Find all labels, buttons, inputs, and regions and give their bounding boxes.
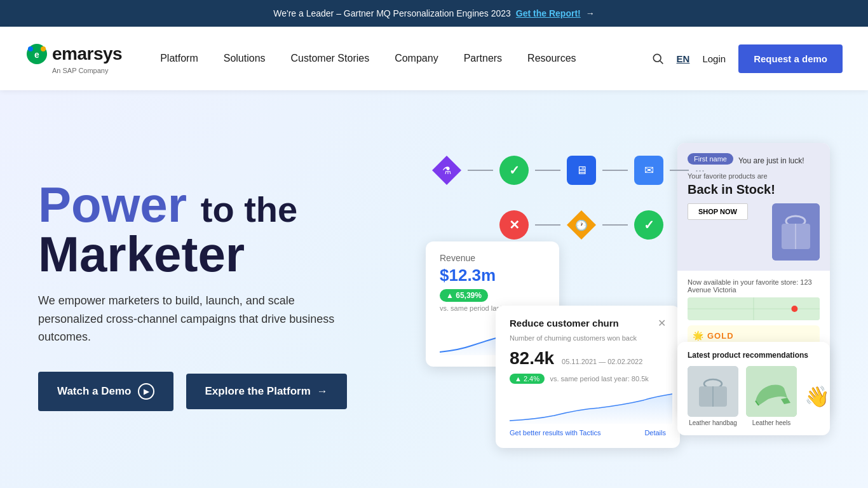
- churn-badge: ▲ 2.4%: [510, 374, 545, 384]
- email-bag-image: [772, 203, 820, 261]
- workflow-filter-node: ⚗: [432, 156, 461, 185]
- hero-title: Power to theMarketer: [38, 180, 419, 279]
- gold-coin-icon: 🌟: [693, 330, 703, 341]
- nav-platform[interactable]: Platform: [160, 53, 198, 64]
- svg-point-2: [28, 46, 33, 51]
- reco-handbag-label: Leather handbag: [688, 419, 738, 426]
- churn-date: 05.11.2021 — 02.02.2022: [562, 358, 642, 365]
- banner-text: We're a Leader – Gartner MQ Personalizat…: [273, 8, 511, 18]
- svg-point-15: [791, 306, 797, 312]
- churn-close-button[interactable]: ✕: [658, 317, 666, 329]
- hand-cursor-icon: 👋: [804, 384, 830, 409]
- churn-tactics[interactable]: Get better results with Tactics: [510, 429, 600, 437]
- churn-value: 82.4k: [510, 348, 554, 369]
- gold-label: GOLD: [707, 331, 734, 341]
- churn-vs: vs. same period last year: 80.5k: [550, 375, 648, 383]
- recommendations-title: Latest product recommendations: [688, 351, 820, 360]
- logo[interactable]: e emarsys: [25, 43, 122, 65]
- reco-heels-label: Leather heels: [746, 419, 797, 426]
- banner-link[interactable]: Get the Report!: [516, 8, 581, 18]
- workflow-check-node-1: ✓: [499, 156, 529, 185]
- hero-right: ⚗ ✓ 🖥 ✉ ··· ✕: [419, 143, 830, 448]
- nav-partners[interactable]: Partners: [464, 53, 502, 64]
- login-button[interactable]: Login: [702, 53, 726, 64]
- svg-point-4: [41, 46, 46, 51]
- reco-item-handbag: Leather handbag: [688, 366, 738, 426]
- watch-demo-button[interactable]: Watch a Demo ▶: [38, 372, 173, 411]
- nav-customer-stories[interactable]: Customer Stories: [291, 53, 370, 64]
- email-store-text: Now available in your favorite store: 12…: [688, 278, 820, 294]
- churn-footer: Get better results with Tactics Details: [510, 429, 666, 437]
- email-back-text: Back in Stock!: [688, 182, 820, 197]
- hero-left: Power to theMarketer We empower marketer…: [38, 180, 419, 411]
- reco-handbag-image: [688, 366, 738, 417]
- svg-text:e: e: [34, 50, 39, 60]
- explore-platform-button[interactable]: Explore the Platform →: [186, 374, 347, 409]
- hero-section: Power to theMarketer We empower marketer…: [0, 90, 868, 488]
- workflow-check-node-2: ✓: [634, 210, 663, 240]
- revenue-value: $12.3m: [440, 266, 545, 285]
- language-selector[interactable]: EN: [677, 53, 690, 64]
- workflow-x-node: ✕: [499, 210, 529, 240]
- workflow-clock-node: 🕐: [567, 210, 596, 240]
- play-icon: ▶: [138, 383, 154, 400]
- request-demo-button[interactable]: Request a demo: [738, 44, 843, 73]
- logo-area: e emarsys An SAP Company: [25, 43, 122, 74]
- svg-point-3: [34, 45, 39, 50]
- hero-buttons: Watch a Demo ▶ Explore the Platform →: [38, 372, 419, 411]
- churn-card: Reduce customer churn ✕ Number of churni…: [496, 306, 680, 448]
- top-banner: We're a Leader – Gartner MQ Personalizat…: [0, 0, 868, 27]
- navbar: e emarsys An SAP Company Platform Soluti…: [0, 27, 868, 90]
- nav-actions: EN Login Request a demo: [651, 44, 843, 73]
- churn-details[interactable]: Details: [644, 429, 666, 437]
- workflow-email-node: ✉: [634, 156, 663, 185]
- logo-name: emarsys: [52, 44, 122, 64]
- email-fav-text: Your favorite products are: [688, 172, 820, 180]
- revenue-badge: ▲ 65,39%: [440, 289, 488, 302]
- recommendations-items: Leather handbag Leather heels 👋: [688, 366, 820, 426]
- svg-point-5: [653, 54, 661, 62]
- nav-links: Platform Solutions Customer Stories Comp…: [160, 53, 638, 64]
- nav-solutions[interactable]: Solutions: [224, 53, 266, 64]
- hero-subtitle: We empower marketers to build, launch, a…: [38, 292, 356, 346]
- search-button[interactable]: [651, 52, 664, 65]
- revenue-label: Revenue: [440, 253, 545, 263]
- email-you-are: You are just in luck!: [738, 156, 804, 165]
- search-icon: [651, 52, 664, 65]
- banner-arrow: →: [586, 8, 595, 18]
- workflow-screen-node: 🖥: [567, 156, 596, 185]
- hero-title-power: Power: [38, 177, 187, 233]
- reco-heels-image: [746, 366, 797, 417]
- reco-item-heels: Leather heels: [746, 366, 797, 426]
- hero-title-marketer: Marketer: [38, 229, 419, 279]
- workflow-connector-1: [468, 170, 493, 171]
- logo-sub: An SAP Company: [52, 67, 108, 74]
- churn-header: Reduce customer churn ✕: [510, 317, 666, 329]
- churn-subtitle: Number of churning customers won back: [510, 334, 666, 342]
- email-map: [688, 297, 820, 320]
- svg-line-6: [660, 61, 663, 64]
- churn-chart: [510, 389, 666, 424]
- nav-company[interactable]: Company: [395, 53, 438, 64]
- nav-resources[interactable]: Resources: [527, 53, 576, 64]
- recommendations-card: Latest product recommendations Leather h…: [677, 342, 830, 435]
- workflow-diagram: ⚗ ✓ 🖥 ✉ ··· ✕: [432, 156, 705, 240]
- churn-title: Reduce customer churn: [510, 318, 619, 329]
- emarsys-logo-icon: e: [25, 43, 48, 65]
- hero-title-to-the: to the: [201, 189, 297, 229]
